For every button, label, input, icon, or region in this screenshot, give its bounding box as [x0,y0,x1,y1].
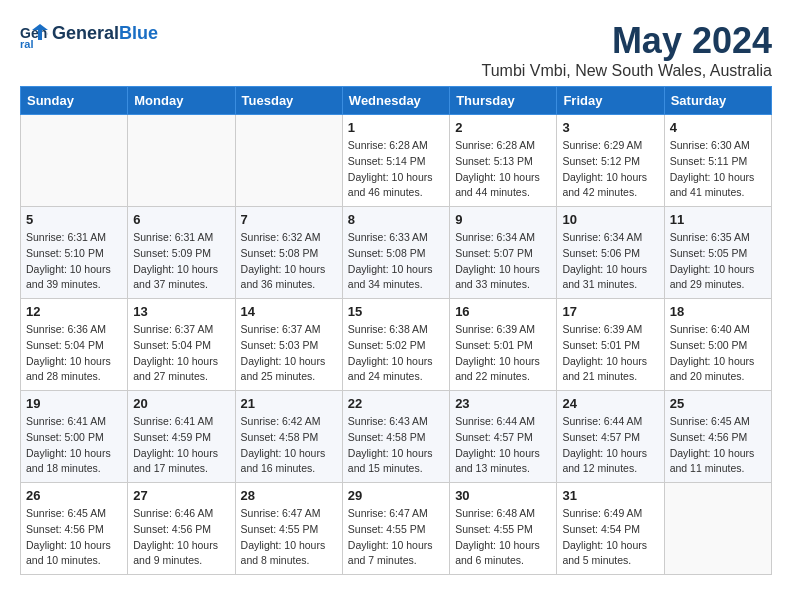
calendar-cell: 20Sunrise: 6:41 AM Sunset: 4:59 PM Dayli… [128,391,235,483]
calendar-cell: 22Sunrise: 6:43 AM Sunset: 4:58 PM Dayli… [342,391,449,483]
calendar-cell: 29Sunrise: 6:47 AM Sunset: 4:55 PM Dayli… [342,483,449,575]
day-number: 16 [455,304,551,319]
day-info: Sunrise: 6:36 AM Sunset: 5:04 PM Dayligh… [26,322,122,385]
day-header-friday: Friday [557,87,664,115]
day-number: 24 [562,396,658,411]
day-info: Sunrise: 6:31 AM Sunset: 5:10 PM Dayligh… [26,230,122,293]
day-number: 31 [562,488,658,503]
day-header-sunday: Sunday [21,87,128,115]
calendar-cell: 25Sunrise: 6:45 AM Sunset: 4:56 PM Dayli… [664,391,771,483]
day-info: Sunrise: 6:30 AM Sunset: 5:11 PM Dayligh… [670,138,766,201]
day-number: 26 [26,488,122,503]
title-block: May 2024 Tumbi Vmbi, New South Wales, Au… [482,20,772,80]
calendar-cell: 23Sunrise: 6:44 AM Sunset: 4:57 PM Dayli… [450,391,557,483]
day-number: 2 [455,120,551,135]
day-info: Sunrise: 6:42 AM Sunset: 4:58 PM Dayligh… [241,414,337,477]
day-number: 25 [670,396,766,411]
week-row-1: 1Sunrise: 6:28 AM Sunset: 5:14 PM Daylig… [21,115,772,207]
day-number: 18 [670,304,766,319]
calendar-cell: 16Sunrise: 6:39 AM Sunset: 5:01 PM Dayli… [450,299,557,391]
calendar-cell: 17Sunrise: 6:39 AM Sunset: 5:01 PM Dayli… [557,299,664,391]
calendar-subtitle: Tumbi Vmbi, New South Wales, Australia [482,62,772,80]
week-row-5: 26Sunrise: 6:45 AM Sunset: 4:56 PM Dayli… [21,483,772,575]
week-row-4: 19Sunrise: 6:41 AM Sunset: 5:00 PM Dayli… [21,391,772,483]
day-number: 21 [241,396,337,411]
day-info: Sunrise: 6:28 AM Sunset: 5:13 PM Dayligh… [455,138,551,201]
days-of-week-row: SundayMondayTuesdayWednesdayThursdayFrid… [21,87,772,115]
day-header-saturday: Saturday [664,87,771,115]
calendar-header: SundayMondayTuesdayWednesdayThursdayFrid… [21,87,772,115]
calendar-cell: 10Sunrise: 6:34 AM Sunset: 5:06 PM Dayli… [557,207,664,299]
calendar-cell: 30Sunrise: 6:48 AM Sunset: 4:55 PM Dayli… [450,483,557,575]
day-info: Sunrise: 6:39 AM Sunset: 5:01 PM Dayligh… [455,322,551,385]
calendar-cell: 15Sunrise: 6:38 AM Sunset: 5:02 PM Dayli… [342,299,449,391]
day-number: 27 [133,488,229,503]
day-info: Sunrise: 6:35 AM Sunset: 5:05 PM Dayligh… [670,230,766,293]
calendar-cell: 26Sunrise: 6:45 AM Sunset: 4:56 PM Dayli… [21,483,128,575]
calendar-cell [128,115,235,207]
day-number: 14 [241,304,337,319]
day-number: 17 [562,304,658,319]
calendar-cell [21,115,128,207]
day-number: 29 [348,488,444,503]
day-info: Sunrise: 6:40 AM Sunset: 5:00 PM Dayligh… [670,322,766,385]
calendar-cell: 21Sunrise: 6:42 AM Sunset: 4:58 PM Dayli… [235,391,342,483]
calendar-cell: 5Sunrise: 6:31 AM Sunset: 5:10 PM Daylig… [21,207,128,299]
day-info: Sunrise: 6:28 AM Sunset: 5:14 PM Dayligh… [348,138,444,201]
svg-text:ral: ral [20,38,33,48]
day-info: Sunrise: 6:43 AM Sunset: 4:58 PM Dayligh… [348,414,444,477]
day-info: Sunrise: 6:41 AM Sunset: 4:59 PM Dayligh… [133,414,229,477]
day-info: Sunrise: 6:29 AM Sunset: 5:12 PM Dayligh… [562,138,658,201]
day-info: Sunrise: 6:32 AM Sunset: 5:08 PM Dayligh… [241,230,337,293]
calendar-cell: 6Sunrise: 6:31 AM Sunset: 5:09 PM Daylig… [128,207,235,299]
day-info: Sunrise: 6:45 AM Sunset: 4:56 PM Dayligh… [670,414,766,477]
day-number: 11 [670,212,766,227]
calendar-body: 1Sunrise: 6:28 AM Sunset: 5:14 PM Daylig… [21,115,772,575]
calendar-table: SundayMondayTuesdayWednesdayThursdayFrid… [20,86,772,575]
day-number: 30 [455,488,551,503]
day-number: 7 [241,212,337,227]
calendar-cell: 13Sunrise: 6:37 AM Sunset: 5:04 PM Dayli… [128,299,235,391]
calendar-cell: 19Sunrise: 6:41 AM Sunset: 5:00 PM Dayli… [21,391,128,483]
day-info: Sunrise: 6:37 AM Sunset: 5:04 PM Dayligh… [133,322,229,385]
calendar-cell: 12Sunrise: 6:36 AM Sunset: 5:04 PM Dayli… [21,299,128,391]
day-number: 28 [241,488,337,503]
day-header-monday: Monday [128,87,235,115]
calendar-cell: 2Sunrise: 6:28 AM Sunset: 5:13 PM Daylig… [450,115,557,207]
day-info: Sunrise: 6:34 AM Sunset: 5:07 PM Dayligh… [455,230,551,293]
day-info: Sunrise: 6:41 AM Sunset: 5:00 PM Dayligh… [26,414,122,477]
day-info: Sunrise: 6:47 AM Sunset: 4:55 PM Dayligh… [348,506,444,569]
day-number: 22 [348,396,444,411]
logo-text: GeneralBlue [52,24,158,44]
day-header-thursday: Thursday [450,87,557,115]
day-number: 6 [133,212,229,227]
day-number: 9 [455,212,551,227]
day-info: Sunrise: 6:39 AM Sunset: 5:01 PM Dayligh… [562,322,658,385]
calendar-cell: 7Sunrise: 6:32 AM Sunset: 5:08 PM Daylig… [235,207,342,299]
day-number: 15 [348,304,444,319]
calendar-cell: 3Sunrise: 6:29 AM Sunset: 5:12 PM Daylig… [557,115,664,207]
calendar-cell: 18Sunrise: 6:40 AM Sunset: 5:00 PM Dayli… [664,299,771,391]
calendar-cell: 14Sunrise: 6:37 AM Sunset: 5:03 PM Dayli… [235,299,342,391]
day-number: 5 [26,212,122,227]
calendar-cell: 9Sunrise: 6:34 AM Sunset: 5:07 PM Daylig… [450,207,557,299]
calendar-cell: 11Sunrise: 6:35 AM Sunset: 5:05 PM Dayli… [664,207,771,299]
calendar-cell: 31Sunrise: 6:49 AM Sunset: 4:54 PM Dayli… [557,483,664,575]
day-info: Sunrise: 6:44 AM Sunset: 4:57 PM Dayligh… [562,414,658,477]
day-info: Sunrise: 6:31 AM Sunset: 5:09 PM Dayligh… [133,230,229,293]
day-info: Sunrise: 6:46 AM Sunset: 4:56 PM Dayligh… [133,506,229,569]
logo-blue: Blue [119,23,158,43]
day-number: 3 [562,120,658,135]
day-info: Sunrise: 6:47 AM Sunset: 4:55 PM Dayligh… [241,506,337,569]
day-number: 23 [455,396,551,411]
day-number: 20 [133,396,229,411]
day-number: 12 [26,304,122,319]
day-number: 13 [133,304,229,319]
day-info: Sunrise: 6:38 AM Sunset: 5:02 PM Dayligh… [348,322,444,385]
logo-icon: Gene ral [20,20,48,48]
week-row-3: 12Sunrise: 6:36 AM Sunset: 5:04 PM Dayli… [21,299,772,391]
day-info: Sunrise: 6:45 AM Sunset: 4:56 PM Dayligh… [26,506,122,569]
calendar-cell: 4Sunrise: 6:30 AM Sunset: 5:11 PM Daylig… [664,115,771,207]
day-info: Sunrise: 6:48 AM Sunset: 4:55 PM Dayligh… [455,506,551,569]
logo: Gene ral GeneralBlue [20,20,158,48]
